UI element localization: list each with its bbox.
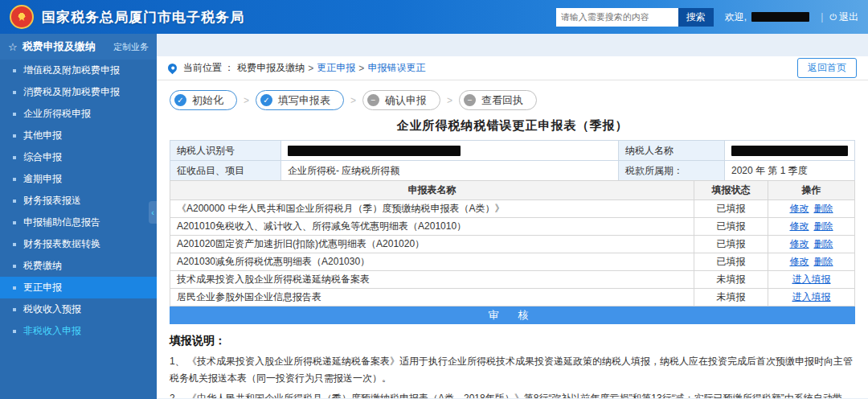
header-search: 搜索 <box>556 8 714 27</box>
sidebar-item-vat-surcharge[interactable]: 增值税及附加税费申报 <box>0 60 157 81</box>
search-input[interactable] <box>556 8 678 27</box>
bullet-icon <box>13 308 16 311</box>
breadcrumb-prefix: 当前位置 ： <box>183 61 234 75</box>
step-separator-icon: > <box>447 95 452 106</box>
bullet-icon <box>13 243 16 246</box>
step-separator-icon: > <box>244 95 249 106</box>
step-wizard: ✓ 初始化 > ✓ 填写申报表 > − 确认申报 > − 查看回执 <box>170 90 855 110</box>
header-divider: | <box>821 11 823 23</box>
sidebar-item-correction-declaration[interactable]: 更正申报 <box>0 277 157 298</box>
col-status: 填报状态 <box>694 181 768 200</box>
col-operation: 操作 <box>768 181 855 200</box>
audit-button[interactable]: 审 核 <box>170 306 855 324</box>
taxpayer-info-table: 纳税人识别号 纳税人名称 征收品目、项目 企业所得税- 应纳税所得额 税款所属期… <box>170 140 855 181</box>
top-header: ★ 国家税务总局厦门市电子税务局 搜索 欢迎, | ⏻ 退出 <box>0 0 868 34</box>
bullet-icon <box>13 91 16 94</box>
table-row: 《A200000 中华人民共和国企业所得税月（季）度预缴纳税申报表（A类）》 已… <box>170 200 855 218</box>
declaration-forms-table: 申报表名称 填报状态 操作 《A200000 中华人民共和国企业所得税月（季）度… <box>170 180 855 306</box>
welcome-area: 欢迎, | ⏻ 退出 <box>725 10 858 24</box>
star-icon: ☆ <box>8 41 18 53</box>
step-view-receipt: − 查看回执 <box>459 90 537 110</box>
table-header-row: 申报表名称 填报状态 操作 <box>170 181 855 200</box>
bullet-icon <box>13 113 16 116</box>
step-init: ✓ 初始化 <box>170 90 237 110</box>
collection-item-value: 企业所得税- 应纳税所得额 <box>281 161 619 181</box>
sidebar-item-corporate-income-tax[interactable]: 企业所得税申报 <box>0 103 157 125</box>
sidebar-item-overdue-declaration[interactable]: 逾期申报 <box>0 168 157 190</box>
national-emblem-logo: ★ <box>10 5 34 29</box>
logout-label: 退出 <box>839 10 858 24</box>
sidebar-item-consumption-tax[interactable]: 消费税及附加税费申报 <box>0 81 157 103</box>
sidebar-item-tax-payment[interactable]: 税费缴纳 <box>0 255 157 277</box>
status-badge: 已填报 <box>694 218 768 236</box>
form-title: 企业所得税纳税错误更正申报表（季报） <box>170 118 855 134</box>
sidebar-item-other-declaration[interactable]: 其他申报 <box>0 125 157 146</box>
note-item: 2、 《中华人民共和国企业所得税月（季）度预缴纳税申报表（A类，2018年版）》… <box>170 390 855 398</box>
enter-fill-link[interactable]: 进入填报 <box>792 274 831 285</box>
delete-link[interactable]: 删除 <box>814 220 833 232</box>
bullet-icon <box>13 286 16 290</box>
sidebar-item-financial-statements[interactable]: 财务报表报送 <box>0 190 157 212</box>
tax-period-label: 税款所属期： <box>619 161 725 181</box>
bullet-icon <box>13 69 16 72</box>
table-row: A201020固定资产加速折旧(扣除)优惠明细表（A201020） 已填报 修改… <box>170 236 855 253</box>
redacted-taxpayer-name <box>731 146 848 156</box>
sidebar-item-financial-statement-conversion[interactable]: 财务报表数据转换 <box>0 233 157 255</box>
breadcrumb-bar: 当前位置 ： 税费申报及缴纳 > 更正申报 > 申报错误更正 返回首页 <box>157 56 868 80</box>
breadcrumb-correction[interactable]: 更正申报 <box>317 61 355 75</box>
location-icon <box>166 62 179 75</box>
step-confirm: − 确认申报 <box>362 90 440 110</box>
bullet-icon <box>13 265 16 268</box>
sidebar-item-comprehensive-declaration[interactable]: 综合申报 <box>0 146 157 168</box>
check-circle-icon: ✓ <box>260 94 272 106</box>
check-circle-icon: ✓ <box>174 94 186 106</box>
modify-link[interactable]: 修改 <box>790 220 809 232</box>
bullet-icon <box>13 156 16 159</box>
collection-item-label: 征收品目、项目 <box>170 161 281 181</box>
taxpayer-id-label: 纳税人识别号 <box>170 141 281 161</box>
redacted-username <box>751 12 809 22</box>
bullet-icon <box>13 221 16 224</box>
modify-link[interactable]: 修改 <box>790 203 809 214</box>
redacted-taxpayer-id <box>288 146 461 156</box>
custom-business-link[interactable]: 定制业务 <box>113 41 149 53</box>
back-home-button[interactable]: 返回首页 <box>797 58 857 78</box>
table-row: A201030减免所得税优惠明细表（A201030） 已填报 修改删除 <box>170 253 855 271</box>
col-form-name: 申报表名称 <box>170 181 694 200</box>
logout-button[interactable]: ⏻ 退出 <box>829 10 858 24</box>
modify-link[interactable]: 修改 <box>790 256 809 267</box>
breadcrumb-separator: > <box>308 63 313 74</box>
notes-title: 填报说明： <box>170 334 855 348</box>
sidebar: ☆ 税费申报及缴纳 定制业务 增值税及附加税费申报 消费税及附加税费申报 企业所… <box>0 34 157 399</box>
delete-link[interactable]: 删除 <box>814 256 833 267</box>
table-row: 技术成果投资入股企业所得税递延纳税备案表 未填报 进入填报 <box>170 271 855 289</box>
main-area: 当前位置 ： 税费申报及缴纳 > 更正申报 > 申报错误更正 返回首页 ✓ 初始… <box>157 34 868 399</box>
sidebar-item-declaration-auxiliary-info[interactable]: 申报辅助信息报告 <box>0 212 157 233</box>
tax-period-value: 2020 年 第 1 季度 <box>725 161 855 181</box>
step-separator-icon: > <box>350 95 356 106</box>
bullet-icon <box>13 330 16 333</box>
pending-circle-icon: − <box>367 94 379 106</box>
sidebar-title: 税费申报及缴纳 <box>23 39 113 54</box>
breadcrumb-separator: > <box>358 63 364 74</box>
search-button[interactable]: 搜索 <box>678 8 714 27</box>
content-panel: ✓ 初始化 > ✓ 填写申报表 > − 确认申报 > − 查看回执 <box>157 80 868 398</box>
sidebar-collapse-handle[interactable]: ‹ <box>149 201 157 224</box>
status-badge: 已填报 <box>694 236 768 253</box>
delete-link[interactable]: 删除 <box>814 203 833 214</box>
modify-link[interactable]: 修改 <box>790 238 809 249</box>
site-title: 国家税务总局厦门市电子税务局 <box>42 8 244 27</box>
note-item: 1、 《技术成果投资入股企业所得税递延纳税备案表》适用于执行企业所得税技术成果投… <box>170 353 855 387</box>
sidebar-header: ☆ 税费申报及缴纳 定制业务 <box>0 34 157 60</box>
enter-fill-link[interactable]: 进入填报 <box>792 291 831 302</box>
status-badge: 未填报 <box>694 271 768 289</box>
sidebar-item-tax-revenue-forecast[interactable]: 税收收入预报 <box>0 298 157 320</box>
delete-link[interactable]: 删除 <box>814 238 833 249</box>
table-row: A201010免税收入、减计收入、所得减免等优惠明细表（A201010） 已填报… <box>170 218 855 236</box>
sidebar-item-non-tax-income[interactable]: 非税收入申报 <box>0 320 157 342</box>
breadcrumb-root: 税费申报及缴纳 <box>237 61 305 75</box>
bullet-icon <box>13 178 16 181</box>
status-badge: 已填报 <box>694 200 768 218</box>
breadcrumb-error-correction[interactable]: 申报错误更正 <box>367 61 425 75</box>
bullet-icon <box>13 200 16 203</box>
